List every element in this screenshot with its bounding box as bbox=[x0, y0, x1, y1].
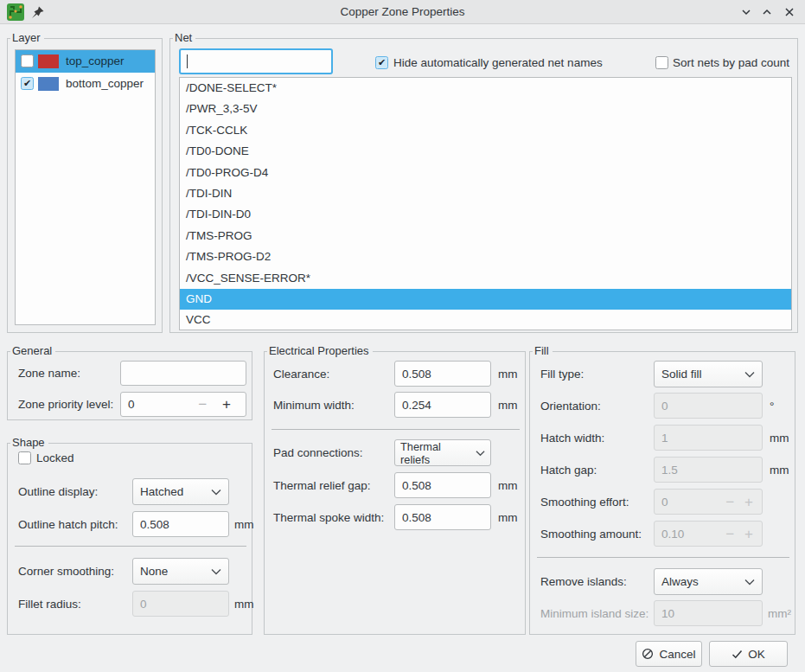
thermal-spoke-width-label: Thermal spoke width: bbox=[273, 511, 384, 524]
net-list-item[interactable]: /DONE-SELECT* bbox=[180, 78, 791, 99]
chevron-down-icon bbox=[211, 489, 221, 496]
ok-button-label: OK bbox=[748, 648, 765, 661]
zone-priority-stepper[interactable]: 0 − + bbox=[120, 392, 246, 417]
corner-smoothing-label: Corner smoothing: bbox=[18, 565, 114, 578]
net-list-item-selected[interactable]: GND bbox=[180, 289, 791, 310]
outline-display-select[interactable]: Hatched bbox=[132, 478, 229, 505]
layer-color-swatch[interactable] bbox=[38, 77, 59, 91]
thermal-spoke-width-input[interactable] bbox=[394, 504, 491, 530]
pad-connections-value: Thermal reliefs bbox=[400, 440, 472, 466]
minimum-island-size-input bbox=[654, 600, 763, 626]
orientation-input bbox=[654, 393, 763, 419]
hatch-gap-unit: mm bbox=[770, 464, 789, 477]
remove-islands-select[interactable]: Always bbox=[654, 568, 763, 595]
minimum-island-size-unit: mm² bbox=[768, 607, 791, 620]
locked-label: Locked bbox=[36, 451, 74, 464]
layer-color-swatch[interactable] bbox=[38, 54, 59, 68]
outline-display-label: Outline display: bbox=[18, 485, 98, 498]
text-caret bbox=[187, 54, 188, 68]
corner-smoothing-value: None bbox=[140, 565, 208, 578]
net-list-item[interactable]: /TDI-DIN-D0 bbox=[180, 204, 791, 225]
smoothing-effort-stepper: 0 − + bbox=[654, 489, 763, 515]
close-icon[interactable] bbox=[783, 5, 796, 19]
net-list-item[interactable]: /TMS-PROG bbox=[180, 226, 791, 246]
outline-hatch-pitch-input[interactable] bbox=[132, 511, 229, 537]
smoothing-amount-stepper: 0.10 − + bbox=[654, 521, 763, 547]
cancel-button[interactable]: Cancel bbox=[636, 641, 702, 667]
general-group-legend: General bbox=[10, 344, 55, 358]
net-list-item[interactable]: /TD0-PROG-D4 bbox=[180, 163, 791, 183]
layer-row-top-copper[interactable]: top_copper bbox=[16, 50, 155, 73]
increment-button[interactable]: + bbox=[214, 397, 239, 412]
net-list-item[interactable]: /TMS-PROG-D2 bbox=[180, 246, 791, 267]
hide-auto-nets-checkbox[interactable] bbox=[375, 56, 388, 69]
increment-button: + bbox=[739, 495, 755, 509]
net-filter-input[interactable] bbox=[179, 48, 333, 74]
outline-hatch-pitch-unit: mm bbox=[234, 518, 254, 531]
zone-name-label: Zone name: bbox=[18, 367, 80, 380]
shape-group: Shape Locked Outline display: Hatched Ou… bbox=[7, 443, 252, 635]
cancel-button-label: Cancel bbox=[659, 648, 695, 661]
hatch-gap-input bbox=[654, 457, 763, 483]
remove-islands-label: Remove islands: bbox=[540, 575, 627, 588]
layer-checkbox[interactable] bbox=[21, 77, 34, 90]
pad-connections-select[interactable]: Thermal reliefs bbox=[394, 439, 491, 466]
window-title: Copper Zone Properties bbox=[0, 5, 805, 18]
minimum-width-input[interactable] bbox=[394, 392, 491, 418]
corner-smoothing-select[interactable]: None bbox=[132, 558, 229, 585]
increment-button: + bbox=[739, 527, 755, 541]
thermal-relief-gap-input[interactable] bbox=[394, 472, 491, 498]
net-list-item[interactable]: /VCC_SENSE-ERROR* bbox=[180, 268, 791, 289]
thermal-relief-gap-label: Thermal relief gap: bbox=[273, 479, 371, 492]
chevron-down-icon bbox=[211, 568, 221, 575]
thermal-relief-gap-unit: mm bbox=[498, 479, 518, 492]
sort-by-pad-count-label: Sort nets by pad count bbox=[673, 56, 789, 69]
layer-row-bottom-copper[interactable]: bottom_copper bbox=[16, 73, 155, 95]
net-list-item[interactable]: /PWR_3,3-5V bbox=[180, 99, 791, 119]
ok-check-icon bbox=[732, 650, 743, 659]
remove-islands-value: Always bbox=[661, 575, 741, 588]
fillet-radius-input bbox=[132, 591, 229, 617]
separator bbox=[537, 557, 789, 558]
sort-by-pad-count-checkbox[interactable] bbox=[655, 56, 668, 69]
cancel-icon bbox=[642, 648, 654, 660]
hatch-gap-label: Hatch gap: bbox=[540, 464, 597, 477]
chevron-down-icon bbox=[744, 371, 755, 378]
fill-group-legend: Fill bbox=[533, 344, 553, 358]
smoothing-effort-label: Smoothing effort: bbox=[540, 496, 629, 509]
maximize-icon[interactable] bbox=[760, 5, 774, 19]
minimum-width-label: Minimum width: bbox=[273, 399, 355, 412]
separator bbox=[272, 429, 520, 430]
net-list-item[interactable]: VCC bbox=[180, 310, 791, 330]
decrement-button[interactable]: − bbox=[190, 397, 214, 412]
clearance-input[interactable] bbox=[394, 361, 491, 387]
net-list-item[interactable]: /TCK-CCLK bbox=[180, 120, 791, 141]
fill-type-label: Fill type: bbox=[540, 368, 584, 381]
net-list-item[interactable]: /TD0-DONE bbox=[180, 141, 791, 162]
clearance-label: Clearance: bbox=[273, 368, 329, 381]
ok-button[interactable]: OK bbox=[709, 641, 788, 667]
orientation-unit: ° bbox=[770, 400, 774, 413]
fillet-radius-unit: mm bbox=[234, 598, 254, 611]
decrement-button: − bbox=[720, 495, 739, 509]
clearance-unit: mm bbox=[498, 368, 518, 381]
general-group: General Zone name: Zone priority level: … bbox=[7, 351, 252, 420]
fill-group: Fill Fill type: Solid fill Orientation: … bbox=[529, 351, 795, 635]
electrical-group-legend: Electrical Properties bbox=[267, 344, 373, 358]
net-list-item[interactable]: /TDI-DIN bbox=[180, 183, 791, 204]
outline-display-value: Hatched bbox=[140, 485, 208, 498]
thermal-spoke-width-unit: mm bbox=[498, 511, 518, 524]
hatch-width-unit: mm bbox=[770, 432, 789, 445]
zone-name-input[interactable] bbox=[120, 361, 246, 386]
fillet-radius-label: Fillet radius: bbox=[18, 598, 81, 611]
pad-connections-label: Pad connections: bbox=[273, 446, 363, 459]
fill-type-select[interactable]: Solid fill bbox=[654, 361, 763, 387]
orientation-label: Orientation: bbox=[540, 400, 601, 413]
minimize-icon[interactable] bbox=[739, 5, 753, 19]
zone-priority-value: 0 bbox=[128, 398, 190, 411]
net-list: /DONE-SELECT* /PWR_3,3-5V /TCK-CCLK /TD0… bbox=[179, 77, 792, 330]
hatch-width-input bbox=[654, 425, 763, 451]
layer-checkbox[interactable] bbox=[21, 54, 34, 67]
locked-checkbox[interactable] bbox=[18, 451, 31, 464]
layer-name: bottom_copper bbox=[66, 77, 144, 90]
